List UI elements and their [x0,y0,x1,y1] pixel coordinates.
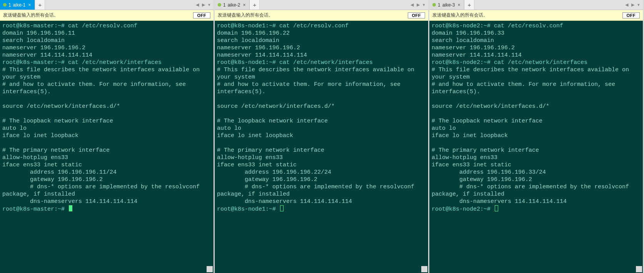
prompt-line: root@k8s-node2:~# cat /etc/network/inter… [432,59,587,66]
output-line: iface ens33 inet static [2,162,82,168]
terminal-pane-1: 1 aike-1 × + ◀ ▶ ▾ 发送键盘输入的所有会话。 OFF root… [0,0,215,273]
tab-bar: 1 aike-1 × + ◀ ▶ ▾ [0,0,214,10]
tab-next-icon[interactable]: ▶ [201,2,206,7]
output-line: auto lo [217,125,241,132]
close-icon[interactable]: × [457,3,461,7]
tab-index: 1 [8,2,11,8]
output-line: search localdomain [217,37,279,44]
broadcast-off-button[interactable]: OFF [622,12,640,18]
output-line: source /etc/network/interfaces.d/* [217,103,335,110]
notice-text: 发送键盘输入的所有会话。 [218,12,273,18]
scroll-corner[interactable] [207,266,213,272]
tab-menu-icon[interactable]: ▾ [636,2,641,7]
add-tab-button[interactable]: + [464,0,474,10]
output-line: search localdomain [2,37,65,44]
output-line: # The primary network interface [2,147,110,154]
terminal-output[interactable]: root@k8s-node1:~# cat /etc/resolv.conf d… [215,21,428,273]
tab-aike-3[interactable]: 1 aike-3 × [429,0,464,10]
output-line: source /etc/network/interfaces.d/* [2,103,120,110]
scroll-corner[interactable] [636,266,642,272]
tab-prev-icon[interactable]: ◀ [409,2,415,7]
close-icon[interactable]: × [27,3,32,7]
broadcast-notice-bar: 发送键盘输入的所有会话。 OFF [429,10,643,21]
add-tab-button[interactable]: + [250,0,260,10]
output-line: source /etc/network/interfaces.d/* [432,103,549,110]
broadcast-off-button[interactable]: OFF [193,12,211,18]
broadcast-off-button[interactable]: OFF [408,12,425,18]
output-line: allow-hotplug ens33 [217,154,283,161]
scroll-corner[interactable] [421,266,427,272]
output-line: domain 196.196.196.22 [217,30,290,37]
output-line: auto lo [2,125,27,132]
status-dot-icon [218,3,221,7]
tab-menu-icon[interactable]: ▾ [422,2,426,7]
terminal-pane-3: 1 aike-3 × + ◀ ▶ ▾ 发送键盘输入的所有会话。 OFF root… [429,0,644,273]
terminal-output[interactable]: root@k8s-node2:~# cat /etc/resolv.conf d… [429,21,643,273]
prompt-line: root@k8s-node2:~# [432,206,494,213]
tab-prev-icon[interactable]: ◀ [624,2,629,7]
output-line: dns-nameservers 114.114.114.114 [217,198,352,205]
output-line: nameserver 114.114.114.114 [2,52,92,59]
cursor-icon [495,205,498,211]
output-line: # The loopback network interface [432,118,542,124]
output-line: nameserver 114.114.114.114 [432,52,522,59]
output-line: iface ens33 inet static [217,162,297,168]
prompt-line: root@k8s-node1:~# cat /etc/network/inter… [217,59,373,66]
tab-label: aike-1 [13,2,26,8]
tab-nav: ◀ ▶ ▾ [407,0,428,10]
output-line: # dns-* options are implemented by the r… [432,184,632,198]
output-line: # This file describes the network interf… [2,67,203,80]
output-line: nameserver 196.196.196.2 [2,45,85,51]
prompt-line: root@k8s-master:~# cat /etc/network/inte… [2,59,162,66]
tab-next-icon[interactable]: ▶ [630,2,636,7]
tab-index: 1 [438,2,440,8]
tab-index: 1 [223,2,226,8]
tab-label: aike-2 [228,2,240,8]
tab-bar: 1 aike-3 × + ◀ ▶ ▾ [429,0,643,10]
status-dot-icon [432,3,436,7]
output-line: nameserver 196.196.196.2 [432,45,515,51]
tab-aike-2[interactable]: 1 aike-2 × [215,0,250,10]
cursor-icon [69,205,72,211]
close-icon[interactable]: × [242,3,246,7]
output-line: auto lo [432,125,456,132]
prompt-line: root@k8s-node1:~# cat /etc/resolv.conf [217,23,349,29]
output-line: # dns-* options are implemented by the r… [217,184,418,198]
tab-next-icon[interactable]: ▶ [415,2,421,7]
notice-text: 发送键盘输入的所有会话。 [3,12,58,18]
tab-aike-1[interactable]: 1 aike-1 × [0,0,35,10]
tab-nav: ◀ ▶ ▾ [193,0,214,10]
notice-text: 发送键盘输入的所有会话。 [432,12,488,18]
prompt-line: root@k8s-master:~# cat /etc/resolv.conf [2,23,137,29]
output-line: # and how to activate them. For more inf… [432,81,619,95]
add-tab-button[interactable]: + [35,0,45,10]
terminal-pane-2: 1 aike-2 × + ◀ ▶ ▾ 发送键盘输入的所有会话。 OFF root… [215,0,429,273]
terminal-output[interactable]: root@k8s-master:~# cat /etc/resolv.conf … [0,21,214,273]
status-dot-icon [3,3,7,7]
output-line: iface lo inet loopback [432,132,508,139]
output-line: # This file describes the network interf… [217,67,418,80]
tab-menu-icon[interactable]: ▾ [207,2,212,7]
output-line: nameserver 114.114.114.114 [217,52,307,59]
prompt-line: root@k8s-node1:~# [217,206,279,213]
output-line: domain 196.196.196.33 [432,30,504,37]
output-line: # The primary network interface [432,147,539,154]
output-line: dns-nameservers 114.114.114.114 [2,198,137,205]
output-line: allow-hotplug ens33 [432,154,497,161]
broadcast-notice-bar: 发送键盘输入的所有会话。 OFF [215,10,428,21]
output-line: iface lo inet loopback [217,132,293,139]
tab-prev-icon[interactable]: ◀ [195,2,200,7]
output-line: address 196.196.196.11/24 [2,169,117,176]
output-line: iface lo inet loopback [2,132,78,139]
output-line: allow-hotplug ens33 [2,154,68,161]
output-line: # The loopback network interface [217,118,328,124]
output-line: search localdomain [432,37,494,44]
broadcast-notice-bar: 发送键盘输入的所有会话。 OFF [0,10,214,21]
output-line: dns-nameservers 114.114.114.114 [432,198,567,205]
cursor-icon [280,205,284,211]
output-line: address 196.196.196.22/24 [217,169,331,176]
output-line: # This file describes the network interf… [432,67,632,80]
output-line: # The primary network interface [217,147,324,154]
output-line: address 196.196.196.33/24 [432,169,546,176]
output-line: domain 196.196.196.11 [2,30,75,37]
